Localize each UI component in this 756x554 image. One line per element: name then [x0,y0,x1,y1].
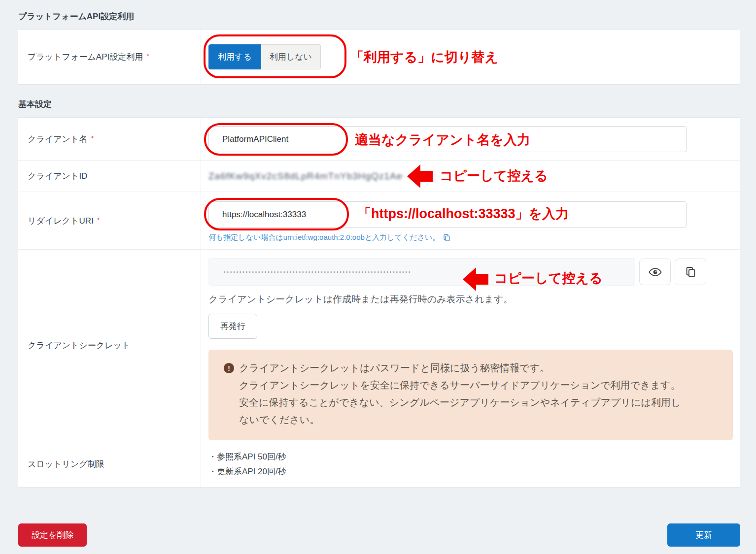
required-asterisk: * [146,52,149,60]
platform-api-usage-label-cell: プラットフォームAPI設定利用 * [18,30,201,84]
required-asterisk: * [91,134,94,142]
client-secret-warning-box: ! クライアントシークレットはパスワードと同様に扱う秘密情報です。 クライアント… [208,350,733,440]
page-title-platform-api: プラットフォームAPI設定利用 [0,0,756,29]
guide-annotation-text: コピーして控える [494,269,603,287]
redirect-uri-help-text: 何も指定しない場合はurn:ietf:wg:oauth:2.0:oobと入力して… [208,233,440,242]
client-name-label: クライアント名 [28,133,87,145]
client-secret-dots: ••••••••••••••••••••••••••••••••••••••••… [224,269,460,275]
guide-arrow-left-icon [407,164,433,188]
warning-line: クライアントシークレットを安全に保持できるサーバーサイドアプリケーションで利用で… [239,377,718,394]
throttling-label-cell: スロットリング制限 [18,441,201,487]
platform-api-panel: プラットフォームAPI設定利用 * 利用する 利用しない 「利用する」に切り替え [18,29,740,85]
warning-line: クライアントシークレットはパスワードと同様に扱う秘密情報です。 [239,359,550,377]
table-row-client-secret: クライアントシークレット •••••••••••••••••••••••••••… [18,250,740,441]
basic-settings-panel: クライアント名 * 適当なクライアント名を入力 クライアントID Za6fKw9… [18,117,740,488]
client-id-value-cell: Za6fKw9qXv2cS8dLpR4mTnYb3HgQz1AeCu7jM5oP… [201,161,740,192]
client-secret-note: クライアントシークレットは作成時または再発行時のみ表示されます。 [208,293,740,306]
client-secret-value-cell: ••••••••••••••••••••••••••••••••••••••••… [201,250,740,441]
redirect-uri-value-cell: 「https://localhost:33333」を入力 何も指定しない場合はu… [201,192,740,249]
copy-icon[interactable] [443,233,451,242]
section-title-basic-settings: 基本設定 [0,85,756,117]
table-row-platform-api-usage: プラットフォームAPI設定利用 * 利用する 利用しない 「利用する」に切り替え [18,30,740,84]
guide-annotation-text: 「利用する」に切り替え [350,48,498,66]
footer-actions: 設定を削除 更新 [18,488,740,547]
table-row-client-id: クライアントID Za6fKw9qXv2cS8dLpR4mTnYb3HgQz1A… [18,161,740,192]
update-button[interactable]: 更新 [667,523,740,547]
redirect-uri-label: リダイレクトURI [28,215,94,227]
warning-line: ないでください。 [239,411,718,428]
copy-secret-button[interactable] [675,259,706,285]
show-secret-button[interactable] [639,259,671,285]
toggle-not-use-button[interactable]: 利用しない [261,44,321,69]
warning-line: 安全に保持することができない、シングルページアプリケーションやネイティブアプリに… [239,394,718,411]
delete-settings-button[interactable]: 設定を削除 [18,523,87,547]
toggle-use-button[interactable]: 利用する [208,44,261,69]
platform-api-usage-value-cell: 利用する 利用しない 「利用する」に切り替え [201,30,740,84]
client-name-value-cell: 適当なクライアント名を入力 [201,118,740,160]
platform-api-usage-label: プラットフォームAPI設定利用 [28,51,143,63]
client-id-masked-text: Za6fKw9qXv2cS8dLpR4mTnYb3HgQz1AeCu7jM5oP… [208,171,403,182]
table-row-redirect-uri: リダイレクトURI * 「https://localhost:33333」を入力… [18,192,740,250]
guide-annotation-text: 「https://localhost:33333」を入力 [358,205,569,223]
redirect-uri-label-cell: リダイレクトURI * [18,192,201,249]
client-secret-label-cell: クライアントシークレット [18,250,201,441]
guide-annotation-text: 適当なクライアント名を入力 [355,131,530,149]
guide-annotation-text: コピーして控える [440,167,548,185]
throttling-item: ・参照系API 50回/秒 [208,451,740,462]
throttling-item: ・更新系API 20回/秒 [208,466,740,477]
table-row-client-name: クライアント名 * 適当なクライアント名を入力 [18,118,740,161]
client-id-label: クライアントID [28,170,87,182]
client-id-label-cell: クライアントID [18,161,201,192]
client-secret-label: クライアントシークレット [28,340,130,351]
copy-icon [685,266,697,278]
client-name-label-cell: クライアント名 * [18,118,201,160]
required-asterisk: * [97,216,100,224]
table-row-throttling: スロットリング制限 ・参照系API 50回/秒 ・更新系API 20回/秒 [18,441,740,487]
reissue-button[interactable]: 再発行 [208,314,257,339]
throttling-label: スロットリング制限 [28,458,104,470]
usage-toggle: 利用する 利用しない [208,44,321,69]
eye-icon [649,265,662,279]
throttling-value-cell: ・参照系API 50回/秒 ・更新系API 20回/秒 [201,441,740,487]
warning-icon: ! [224,363,234,373]
